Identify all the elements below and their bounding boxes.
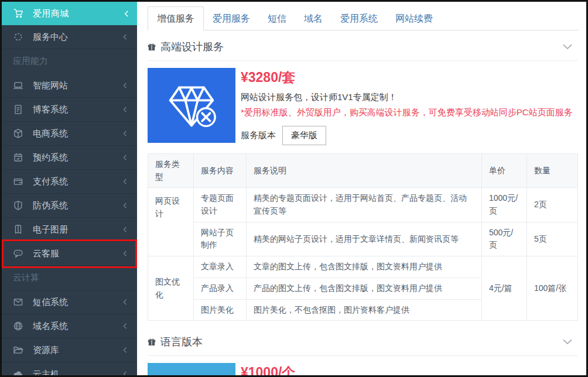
cell-service-content: 产品录入 [194, 277, 247, 299]
sidebar-item-booking-system[interactable]: 预约系统 [2, 146, 137, 170]
product-info: ¥1000/个 开启网站的多语言功能，快速部署多语言网站 [241, 363, 416, 375]
sidebar-item-label: 云主机 [33, 369, 123, 376]
sidebar-item-resource-library[interactable]: 资源库 [2, 338, 137, 362]
cell-service-content: 网站子页制作 [194, 222, 247, 256]
version-option-button[interactable]: 豪华版 [282, 126, 326, 145]
tab-aiyong-services[interactable]: 爱用服务 [204, 7, 259, 30]
cell-unit-price: 500元/页 [482, 222, 527, 256]
app-window: 爱用商城 服务中心 应用能力 智能网站 博客系统 [0, 0, 588, 377]
sidebar-item-label: 资源库 [33, 345, 123, 356]
table-row: 图文优化 文章录入 文章的图文上传，包含图文排版，图文资料用户提供 4元/篇 1… [148, 256, 578, 278]
diamond-design-icon [148, 68, 235, 143]
globe-icon [13, 321, 25, 331]
sidebar-item-label: 支付系统 [33, 176, 123, 187]
sidebar-item-ebook-album[interactable]: 电子图册 [2, 218, 137, 242]
cell-service-desc: 文章的图文上传，包含图文排版，图文资料用户提供 [247, 256, 482, 278]
table-row: 网页设计 专题页面设计 精美的专题页面设计，适用于网站首页、产品专题页、活动宣传… [148, 188, 578, 222]
chevron-left-icon [123, 34, 127, 40]
sidebar-item-domain-system[interactable]: 域名系统 [2, 314, 137, 338]
sidebar-item-label: 服务中心 [33, 32, 123, 43]
table-row: 网站子页制作 精美的网站子页设计，适用于文章详情页、新闻资讯页等 500元/页 … [148, 222, 578, 256]
chevron-left-icon [123, 347, 127, 353]
chevron-left-icon [123, 251, 127, 256]
chevron-left-icon [123, 227, 127, 232]
sidebar-item-ecommerce-system[interactable]: 电商系统 [2, 122, 137, 146]
cart-icon [13, 8, 24, 19]
version-row: 服务版本 豪华版 [241, 126, 573, 145]
col-header-quantity: 数量 [527, 154, 578, 188]
sidebar-item-mall[interactable]: 爱用商城 [2, 2, 137, 25]
globe-language-icon [148, 363, 235, 375]
sidebar-item-service-center[interactable]: 服务中心 [2, 25, 137, 49]
cell-service-content: 专题页面设计 [194, 188, 247, 222]
chevron-left-icon [123, 323, 127, 329]
sidebar-item-label: 电子图册 [33, 224, 123, 235]
version-label: 服务版本 [241, 130, 276, 141]
sidebar-item-label: 爱用商城 [33, 8, 124, 19]
sidebar-item-cloud-customer-service[interactable]: 云客服 [2, 242, 137, 266]
sidebar-item-smart-website[interactable]: 智能网站 [2, 74, 137, 98]
chevron-left-icon [123, 371, 127, 375]
sidebar-item-label: 域名系统 [33, 321, 123, 332]
cloud-icon [13, 369, 25, 375]
sidebar-item-blog-system[interactable]: 博客系统 [2, 98, 137, 122]
product-price: ¥3280/套 [241, 68, 573, 87]
chevron-left-icon [123, 179, 127, 184]
sidebar-item-cloud-host[interactable]: 云主机 [2, 362, 137, 375]
gift-icon [148, 338, 156, 346]
cell-unit-price: 1000元/页 [482, 188, 527, 222]
sidebar-item-label: 云客服 [33, 248, 123, 259]
sidebar-item-anticounterfeit-system[interactable]: 防伪系统 [2, 194, 137, 218]
chevron-left-icon [123, 299, 127, 305]
tab-sms[interactable]: 短信 [259, 7, 295, 30]
cell-unit-price: 4元/篇 [482, 256, 527, 321]
sidebar-item-label: 电商系统 [33, 128, 123, 139]
chevron-left-icon [124, 11, 129, 17]
col-header-service-content: 服务内容 [194, 154, 247, 188]
chevron-left-icon [123, 107, 127, 112]
chevron-down-icon[interactable] [563, 44, 572, 50]
cube-icon [13, 128, 25, 139]
document-icon [13, 104, 25, 115]
section-title: 语言版本 [160, 335, 203, 349]
wallet-icon [13, 176, 25, 187]
tab-domain[interactable]: 域名 [295, 7, 331, 30]
mail-icon [13, 297, 25, 307]
cell-service-desc: 图片美化，不包含抠图，图片资料客户提供 [247, 299, 482, 321]
calendar-icon [13, 152, 25, 163]
cell-quantity: 100篇/张 [527, 256, 578, 321]
product-note: *爱用标准版、外贸版用户，购买高端设计服务，可免费享受移动站同步PC站页面服务 [241, 107, 573, 118]
sidebar-item-label: 博客系统 [33, 104, 123, 115]
service-table: 服务类型 服务内容 服务说明 单价 数量 网页设计 专题页面设计 精美的专题页面… [148, 153, 578, 321]
cell-quantity: 5页 [527, 222, 578, 256]
product-language-version: ¥1000/个 开启网站的多语言功能，快速部署多语言网站 [148, 363, 578, 375]
cell-service-desc: 精美的网站子页设计，适用于文章详情页、新闻资讯页等 [247, 222, 482, 256]
shield-icon [13, 200, 25, 211]
gift-icon [148, 43, 156, 51]
tab-aiyong-system[interactable]: 爱用系统 [331, 7, 387, 30]
sidebar-item-label: 智能网站 [33, 80, 123, 91]
col-header-service-desc: 服务说明 [247, 154, 482, 188]
sidebar-section-label: 云计算 [13, 272, 39, 283]
sidebar: 爱用商城 服务中心 应用能力 智能网站 博客系统 [2, 2, 137, 375]
laptop-icon [13, 80, 25, 91]
sidebar-item-sms-system[interactable]: 短信系统 [2, 290, 137, 314]
tab-website-renewal[interactable]: 网站续费 [387, 7, 442, 30]
folder-icon [13, 345, 25, 355]
product-price: ¥1000/个 [241, 364, 416, 375]
sidebar-item-payment-system[interactable]: 支付系统 [2, 170, 137, 194]
book-icon [13, 224, 25, 235]
sidebar-item-label: 短信系统 [33, 297, 123, 308]
sidebar-item-label: 防伪系统 [33, 200, 123, 211]
tab-value-added-services[interactable]: 增值服务 [148, 6, 204, 30]
chat-icon [13, 248, 25, 259]
sidebar-section-label: 应用能力 [13, 56, 48, 67]
product-design-service: ¥3280/套 网站设计服务包，设计师1V1专属定制！ *爱用标准版、外贸版用户… [148, 68, 578, 145]
sidebar-item-label: 预约系统 [33, 152, 123, 163]
table-header-row: 服务类型 服务内容 服务说明 单价 数量 [148, 154, 578, 188]
cell-service-type: 图文优化 [148, 256, 194, 321]
chevron-down-icon[interactable] [563, 339, 572, 345]
cell-service-type: 网页设计 [148, 188, 194, 256]
cell-service-content: 图片美化 [194, 299, 247, 321]
sidebar-section-app-capability: 应用能力 [2, 49, 137, 74]
